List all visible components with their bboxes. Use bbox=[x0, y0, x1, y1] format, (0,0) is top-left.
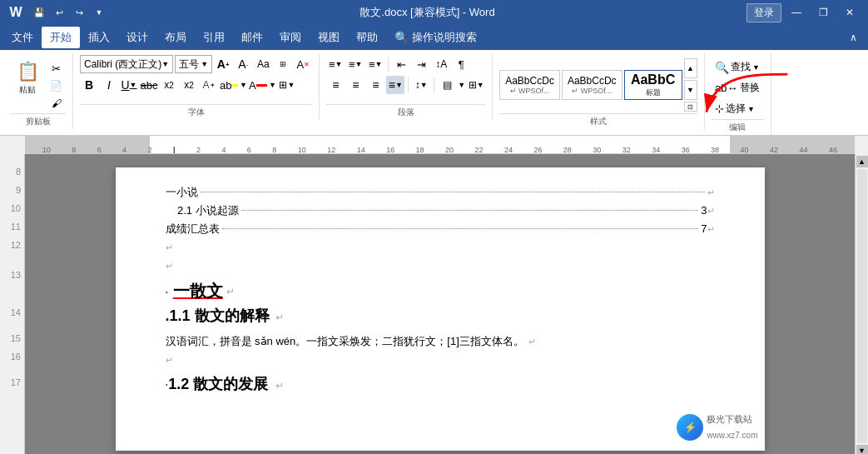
styles-label: 样式 bbox=[499, 113, 697, 127]
blank-line-16: ↵ bbox=[166, 351, 715, 369]
line-num-15: 15 bbox=[0, 329, 21, 347]
undo-button[interactable]: ↩ bbox=[50, 3, 68, 22]
menu-search[interactable]: 🔍 操作说明搜索 bbox=[386, 27, 485, 48]
highlight-button[interactable]: ab bbox=[220, 76, 238, 94]
style-scroll-down[interactable]: ▼ bbox=[684, 80, 697, 100]
sort-button[interactable]: ↕A bbox=[432, 55, 450, 73]
para-mark-8: ↵ bbox=[707, 184, 715, 201]
select-icon: ⊹ bbox=[715, 102, 724, 115]
heading-line-17: ·1.2 散文的发展 ↵ bbox=[166, 376, 715, 394]
decrease-font-button[interactable]: A- bbox=[234, 55, 252, 73]
format-painter-button[interactable]: 🖌 bbox=[47, 95, 66, 112]
replace-button[interactable]: ab↔ 替换 bbox=[712, 79, 763, 97]
para-mark-9: ↵ bbox=[707, 202, 715, 219]
superscript-button[interactable]: x2 bbox=[180, 76, 198, 94]
highlight-dropdown[interactable]: ▼ bbox=[240, 81, 247, 89]
style-scroll-up[interactable]: ▲ bbox=[684, 58, 697, 78]
editing-group: 🔍 查找 ▼ ab↔ 替换 ⊹ 选择 ▼ 编辑 bbox=[705, 53, 771, 135]
save-button[interactable]: 💾 bbox=[30, 3, 48, 22]
document-area: 8 9 10 11 12 13 14 15 16 17 一小说 ↵ 2.1 小说… bbox=[0, 154, 868, 454]
menu-help[interactable]: 帮助 bbox=[348, 27, 386, 48]
menu-references[interactable]: 引用 bbox=[195, 27, 233, 48]
change-case-button[interactable]: Aa bbox=[254, 55, 272, 73]
minimize-button[interactable]: — bbox=[785, 1, 808, 24]
borders-button[interactable]: ⊞▼ bbox=[467, 76, 485, 94]
find-button[interactable]: 🔍 查找 ▼ bbox=[712, 58, 763, 76]
style-item-heading[interactable]: AaBbC 标题 bbox=[624, 70, 682, 100]
close-button[interactable]: ✕ bbox=[838, 1, 861, 24]
clipboard-label: 剪贴板 bbox=[10, 113, 66, 127]
style-more-button[interactable]: ⊡ bbox=[684, 102, 697, 112]
paste-icon: 📋 bbox=[17, 61, 39, 82]
page-container: 一小说 ↵ 2.1 小说起源 3 ↵ 成绩汇总表 7 ↵ ↵ ↵ bbox=[25, 154, 855, 454]
line-numbers: 8 9 10 11 12 13 14 15 16 17 bbox=[0, 154, 25, 454]
font-color-button[interactable]: A bbox=[249, 76, 267, 94]
menu-bar: 文件 开始 插入 设计 布局 引用 邮件 审阅 视图 帮助 🔍 操作说明搜索 ∧ bbox=[0, 25, 868, 50]
numbering-button[interactable]: ≡▼ bbox=[346, 55, 365, 73]
shading-button[interactable]: ▤ bbox=[438, 76, 456, 94]
menu-review[interactable]: 审阅 bbox=[271, 27, 310, 48]
increase-indent-button[interactable]: ⇥ bbox=[412, 55, 430, 73]
highlight-color-indicator bbox=[231, 84, 238, 87]
line-num-17: 17 bbox=[0, 366, 21, 399]
text-effect-button[interactable]: A✦ bbox=[200, 76, 218, 94]
style-item-normal[interactable]: AaBbCcDc ↵ WPSOf... bbox=[499, 70, 560, 100]
para-mark-16: ↵ bbox=[166, 355, 173, 365]
menu-insert[interactable]: 插入 bbox=[80, 27, 118, 48]
login-button[interactable]: 登录 bbox=[746, 3, 781, 22]
para-row1: ≡▼ ≡▼ ≡▼ ⇤ ⇥ ↕A ¶ bbox=[326, 55, 485, 73]
multilevel-list-button[interactable]: ≡▼ bbox=[366, 55, 384, 73]
font-size-dropdown-icon: ▼ bbox=[201, 60, 208, 68]
para-mark-12: ↵ bbox=[166, 261, 173, 271]
scroll-down-button[interactable]: ▼ bbox=[856, 445, 868, 454]
redo-button[interactable]: ↪ bbox=[70, 3, 88, 22]
toc-dots-9 bbox=[241, 210, 699, 211]
watermark: ⚡ 极光下载站 www.xz7.com bbox=[677, 411, 757, 444]
style-item-normal2[interactable]: AaBbCcDc ↵ WPSOf... bbox=[562, 70, 622, 100]
menu-mailings[interactable]: 邮件 bbox=[233, 27, 271, 48]
scroll-up-button[interactable]: ▲ bbox=[856, 156, 868, 167]
bold-button[interactable]: B bbox=[80, 76, 98, 94]
restore-button[interactable]: ❐ bbox=[811, 1, 835, 24]
decrease-indent-button[interactable]: ⇤ bbox=[392, 55, 410, 73]
line-num-16: 16 bbox=[0, 347, 21, 366]
font-size-selector[interactable]: 五号 ▼ bbox=[175, 55, 212, 73]
menu-file[interactable]: 文件 bbox=[3, 27, 42, 48]
justify-button[interactable]: ≡▼ bbox=[386, 76, 404, 94]
shading-dropdown[interactable]: ▼ bbox=[458, 81, 465, 89]
document-page[interactable]: 一小说 ↵ 2.1 小说起源 3 ↵ 成绩汇总表 7 ↵ ↵ ↵ bbox=[116, 167, 765, 451]
strikethrough-button[interactable]: abc bbox=[140, 76, 158, 94]
increase-font-button[interactable]: A+ bbox=[214, 55, 232, 73]
show-marks-button[interactable]: ¶ bbox=[452, 55, 470, 73]
underline-button[interactable]: U▼ bbox=[120, 76, 138, 94]
scroll-thumb[interactable] bbox=[857, 169, 867, 443]
align-center-button[interactable]: ≡ bbox=[346, 76, 365, 94]
clear-format-button[interactable]: A✕ bbox=[294, 55, 312, 73]
italic-button[interactable]: I bbox=[100, 76, 118, 94]
cut-button[interactable]: ✂ bbox=[47, 60, 66, 77]
border-button[interactable]: ⊞▼ bbox=[278, 76, 296, 94]
font-color-dropdown[interactable]: ▼ bbox=[269, 81, 276, 89]
bullets-button[interactable]: ≡▼ bbox=[326, 55, 345, 73]
subscript-button[interactable]: x2 bbox=[160, 76, 178, 94]
para-mark-13: ↵ bbox=[226, 283, 235, 300]
paste-button[interactable]: 📋 粘贴 bbox=[10, 57, 45, 100]
style-heading-text: AaBbC bbox=[630, 72, 677, 87]
ruler-container: 10 8 6 4 2 | 2 4 6 8 10 12 14 16 18 20 2 bbox=[0, 136, 868, 154]
align-left-button[interactable]: ≡ bbox=[326, 76, 345, 94]
ribbon-collapse-button[interactable]: ∧ bbox=[841, 26, 865, 49]
line-spacing-button[interactable]: ↕▼ bbox=[412, 76, 430, 94]
menu-design[interactable]: 设计 bbox=[118, 27, 156, 48]
menu-layout[interactable]: 布局 bbox=[156, 27, 195, 48]
menu-home[interactable]: 开始 bbox=[42, 27, 80, 48]
font-options-button[interactable]: ⊞ bbox=[274, 55, 292, 73]
customize-button[interactable]: ▼ bbox=[90, 3, 108, 22]
select-button[interactable]: ⊹ 选择 ▼ bbox=[712, 100, 763, 117]
copy-button[interactable]: 📄 bbox=[47, 77, 66, 94]
align-right-button[interactable]: ≡ bbox=[366, 76, 384, 94]
font-family-selector[interactable]: Calibri (西文正文) ▼ bbox=[80, 55, 173, 73]
para-row2: ≡ ≡ ≡ ≡▼ ↕▼ ▤ ▼ ⊞▼ bbox=[326, 76, 485, 94]
scrollbar-vertical[interactable]: ▲ ▼ bbox=[855, 154, 868, 454]
menu-view[interactable]: 视图 bbox=[310, 27, 348, 48]
toc-dots-10 bbox=[222, 228, 699, 229]
